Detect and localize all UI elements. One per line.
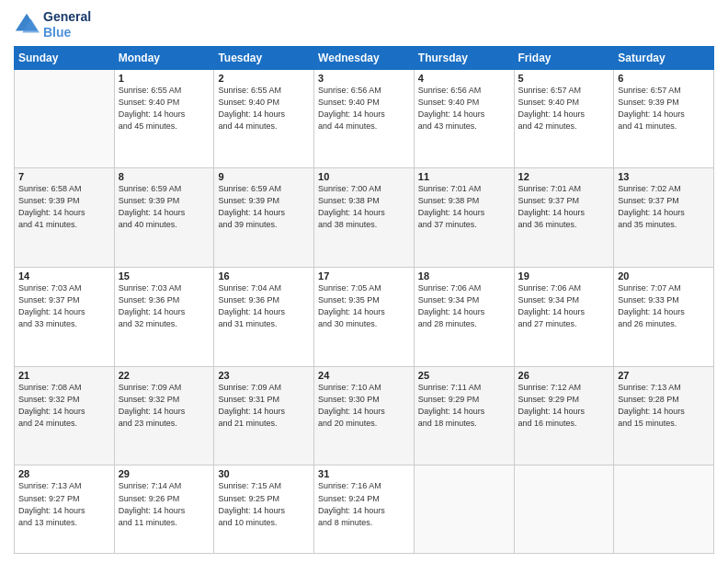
day-number: 25 <box>418 370 510 381</box>
day-info: Sunrise: 7:13 AM Sunset: 9:28 PM Dayligh… <box>618 382 710 430</box>
day-number: 4 <box>418 73 510 84</box>
day-info: Sunrise: 7:14 AM Sunset: 9:26 PM Dayligh… <box>119 480 210 528</box>
day-number: 23 <box>218 370 310 381</box>
day-info: Sunrise: 7:10 AM Sunset: 9:30 PM Dayligh… <box>318 382 410 430</box>
day-info: Sunrise: 7:01 AM Sunset: 9:38 PM Dayligh… <box>418 183 510 231</box>
day-info: Sunrise: 7:03 AM Sunset: 9:36 PM Dayligh… <box>119 282 210 330</box>
day-number: 20 <box>618 270 710 282</box>
day-number: 26 <box>518 370 610 381</box>
day-number: 7 <box>18 171 110 182</box>
calendar-cell: 24Sunrise: 7:10 AM Sunset: 9:30 PM Dayli… <box>314 366 415 465</box>
calendar-cell <box>414 465 514 554</box>
calendar-cell: 16Sunrise: 7:04 AM Sunset: 9:36 PM Dayli… <box>214 268 314 367</box>
day-info: Sunrise: 7:09 AM Sunset: 9:31 PM Dayligh… <box>218 382 310 430</box>
calendar-cell: 25Sunrise: 7:11 AM Sunset: 9:29 PM Dayli… <box>414 366 514 465</box>
day-number: 22 <box>119 370 210 381</box>
day-info: Sunrise: 7:08 AM Sunset: 9:32 PM Dayligh… <box>18 382 110 430</box>
calendar-cell: 14Sunrise: 7:03 AM Sunset: 9:37 PM Dayli… <box>15 268 115 367</box>
calendar-cell: 6Sunrise: 6:57 AM Sunset: 9:39 PM Daylig… <box>614 69 714 168</box>
col-header-wednesday: Wednesday <box>314 46 415 69</box>
calendar-cell: 10Sunrise: 7:00 AM Sunset: 9:38 PM Dayli… <box>314 168 415 268</box>
day-number: 29 <box>119 468 210 479</box>
calendar-cell: 17Sunrise: 7:05 AM Sunset: 9:35 PM Dayli… <box>314 268 415 367</box>
calendar-cell: 13Sunrise: 7:02 AM Sunset: 9:37 PM Dayli… <box>614 168 714 268</box>
calendar-cell: 12Sunrise: 7:01 AM Sunset: 9:37 PM Dayli… <box>514 168 614 268</box>
calendar-cell: 7Sunrise: 6:58 AM Sunset: 9:39 PM Daylig… <box>15 168 115 268</box>
day-number: 15 <box>119 270 210 282</box>
col-header-tuesday: Tuesday <box>214 46 314 69</box>
day-number: 6 <box>618 73 710 84</box>
calendar-cell: 19Sunrise: 7:06 AM Sunset: 9:34 PM Dayli… <box>514 268 614 367</box>
day-number: 18 <box>418 270 510 282</box>
calendar-cell: 3Sunrise: 6:56 AM Sunset: 9:40 PM Daylig… <box>314 69 415 168</box>
day-info: Sunrise: 7:00 AM Sunset: 9:38 PM Dayligh… <box>318 183 410 231</box>
calendar-cell: 31Sunrise: 7:16 AM Sunset: 9:24 PM Dayli… <box>314 465 415 554</box>
calendar-cell: 1Sunrise: 6:55 AM Sunset: 9:40 PM Daylig… <box>114 69 214 168</box>
calendar-cell: 8Sunrise: 6:59 AM Sunset: 9:39 PM Daylig… <box>114 168 214 268</box>
calendar-cell: 20Sunrise: 7:07 AM Sunset: 9:33 PM Dayli… <box>614 268 714 367</box>
calendar-cell: 2Sunrise: 6:55 AM Sunset: 9:40 PM Daylig… <box>214 69 314 168</box>
calendar-cell <box>15 69 115 168</box>
day-number: 1 <box>119 73 210 84</box>
day-info: Sunrise: 7:09 AM Sunset: 9:32 PM Dayligh… <box>119 382 210 430</box>
col-header-sunday: Sunday <box>15 46 115 69</box>
day-number: 27 <box>618 370 710 381</box>
calendar-cell: 18Sunrise: 7:06 AM Sunset: 9:34 PM Dayli… <box>414 268 514 367</box>
day-info: Sunrise: 6:57 AM Sunset: 9:40 PM Dayligh… <box>518 85 610 132</box>
day-info: Sunrise: 7:11 AM Sunset: 9:29 PM Dayligh… <box>418 382 510 430</box>
calendar-cell: 22Sunrise: 7:09 AM Sunset: 9:32 PM Dayli… <box>114 366 214 465</box>
calendar-cell: 21Sunrise: 7:08 AM Sunset: 9:32 PM Dayli… <box>15 366 115 465</box>
day-number: 24 <box>318 370 410 381</box>
day-info: Sunrise: 7:04 AM Sunset: 9:36 PM Dayligh… <box>218 282 310 330</box>
day-info: Sunrise: 7:07 AM Sunset: 9:33 PM Dayligh… <box>618 282 710 330</box>
day-info: Sunrise: 6:57 AM Sunset: 9:39 PM Dayligh… <box>618 85 710 132</box>
calendar-cell: 27Sunrise: 7:13 AM Sunset: 9:28 PM Dayli… <box>614 366 714 465</box>
calendar-cell: 26Sunrise: 7:12 AM Sunset: 9:29 PM Dayli… <box>514 366 614 465</box>
calendar-cell: 23Sunrise: 7:09 AM Sunset: 9:31 PM Dayli… <box>214 366 314 465</box>
day-info: Sunrise: 6:55 AM Sunset: 9:40 PM Dayligh… <box>218 85 310 132</box>
day-info: Sunrise: 7:05 AM Sunset: 9:35 PM Dayligh… <box>318 282 410 330</box>
day-number: 5 <box>518 73 610 84</box>
col-header-thursday: Thursday <box>414 46 514 69</box>
day-info: Sunrise: 6:56 AM Sunset: 9:40 PM Dayligh… <box>418 85 510 132</box>
calendar-cell <box>614 465 714 554</box>
day-info: Sunrise: 6:55 AM Sunset: 9:40 PM Dayligh… <box>119 85 210 132</box>
day-number: 12 <box>518 171 610 182</box>
calendar-cell: 28Sunrise: 7:13 AM Sunset: 9:27 PM Dayli… <box>15 465 115 554</box>
day-number: 21 <box>18 370 110 381</box>
day-number: 9 <box>218 171 310 182</box>
col-header-saturday: Saturday <box>614 46 714 69</box>
day-info: Sunrise: 7:15 AM Sunset: 9:25 PM Dayligh… <box>218 480 310 528</box>
day-info: Sunrise: 7:01 AM Sunset: 9:37 PM Dayligh… <box>518 183 610 231</box>
day-info: Sunrise: 7:03 AM Sunset: 9:37 PM Dayligh… <box>18 282 110 330</box>
day-number: 11 <box>418 171 510 182</box>
logo-icon <box>14 12 40 38</box>
calendar-cell: 5Sunrise: 6:57 AM Sunset: 9:40 PM Daylig… <box>514 69 614 168</box>
calendar-cell: 9Sunrise: 6:59 AM Sunset: 9:39 PM Daylig… <box>214 168 314 268</box>
day-info: Sunrise: 6:59 AM Sunset: 9:39 PM Dayligh… <box>119 183 210 231</box>
calendar-cell: 30Sunrise: 7:15 AM Sunset: 9:25 PM Dayli… <box>214 465 314 554</box>
day-number: 8 <box>119 171 210 182</box>
logo: General Blue <box>14 9 91 40</box>
day-info: Sunrise: 6:56 AM Sunset: 9:40 PM Dayligh… <box>318 85 410 132</box>
logo-text: General Blue <box>43 9 91 40</box>
day-number: 10 <box>318 171 410 182</box>
day-info: Sunrise: 7:16 AM Sunset: 9:24 PM Dayligh… <box>318 480 410 528</box>
day-number: 3 <box>318 73 410 84</box>
day-info: Sunrise: 6:58 AM Sunset: 9:39 PM Dayligh… <box>18 183 110 231</box>
day-number: 30 <box>218 468 310 479</box>
day-info: Sunrise: 7:13 AM Sunset: 9:27 PM Dayligh… <box>18 480 110 528</box>
calendar-table: SundayMondayTuesdayWednesdayThursdayFrid… <box>14 46 714 554</box>
calendar-cell: 29Sunrise: 7:14 AM Sunset: 9:26 PM Dayli… <box>114 465 214 554</box>
day-number: 16 <box>218 270 310 282</box>
calendar-cell: 11Sunrise: 7:01 AM Sunset: 9:38 PM Dayli… <box>414 168 514 268</box>
day-info: Sunrise: 7:06 AM Sunset: 9:34 PM Dayligh… <box>518 282 610 330</box>
day-number: 19 <box>518 270 610 282</box>
day-number: 17 <box>318 270 410 282</box>
col-header-friday: Friday <box>514 46 614 69</box>
day-number: 2 <box>218 73 310 84</box>
calendar-cell <box>514 465 614 554</box>
day-number: 14 <box>18 270 110 282</box>
day-info: Sunrise: 7:06 AM Sunset: 9:34 PM Dayligh… <box>418 282 510 330</box>
calendar-cell: 15Sunrise: 7:03 AM Sunset: 9:36 PM Dayli… <box>114 268 214 367</box>
